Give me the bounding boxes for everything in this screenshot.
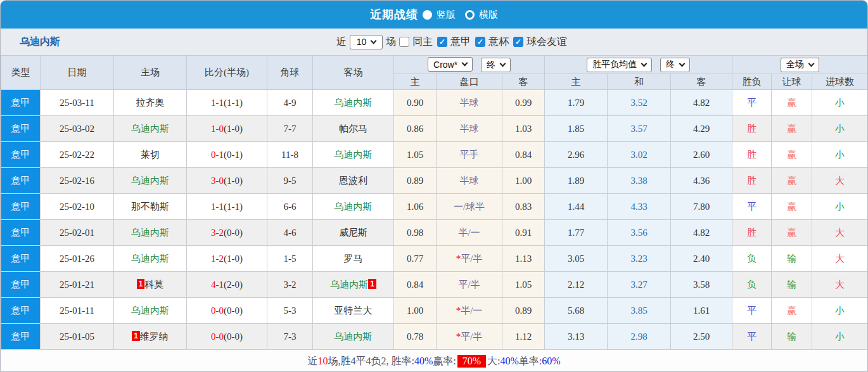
ah-home-odds-cell: 1.06 xyxy=(394,194,437,220)
handicap-time-value: 终 xyxy=(487,60,495,71)
handicap-line-text: 半球 xyxy=(460,124,479,134)
horizontal-layout-label[interactable]: 横版 xyxy=(479,9,498,21)
handicap-line-text: 半球 xyxy=(460,176,479,186)
serie-a-label[interactable]: 意甲 xyxy=(450,35,471,49)
ah-line-cell: 半/一 xyxy=(437,220,502,246)
corner-cell: 7-7 xyxy=(267,116,313,142)
same-home-label[interactable]: 同主 xyxy=(412,35,433,49)
corner-cell: 6-6 xyxy=(267,194,313,220)
summary-segment: 场,胜4平4负2, 胜率: xyxy=(328,355,414,368)
ah-line-cell: 半球 xyxy=(437,168,502,194)
eu-draw-odds-cell: 3.52 xyxy=(608,90,671,116)
eu-draw-odds-cell: 3.23 xyxy=(608,246,671,272)
same-home-checkbox[interactable] xyxy=(399,37,409,47)
away-team-cell: 乌迪内斯 xyxy=(313,90,394,116)
league-cell: 意甲 xyxy=(1,324,41,350)
team-name-text: 乌迪内斯 xyxy=(131,228,169,238)
goals-cell: 大 xyxy=(812,272,868,298)
away-team-cell: 帕尔马 xyxy=(313,116,394,142)
score-cell: 1-0(1-0) xyxy=(187,116,267,142)
team-name-text: 乌迪内斯 xyxy=(330,279,368,290)
eu-away-odds-cell: 7.80 xyxy=(671,194,732,220)
handicap-line-text: 平/半 xyxy=(461,331,482,342)
team-name-text: 莱切 xyxy=(141,150,160,160)
handicap-result-cell: 赢 xyxy=(772,168,812,194)
eu-home-odds-cell: 3.05 xyxy=(545,246,608,272)
goals-cell: 大 xyxy=(812,220,868,246)
halftime-score: (2-0) xyxy=(224,279,243,290)
vertical-layout-label[interactable]: 竖版 xyxy=(437,9,456,21)
col-header-goals: 进球数 xyxy=(812,74,868,90)
titlebar: 近期战绩 竖版 横版 xyxy=(1,1,867,29)
club-friendly-label[interactable]: 球会友谊 xyxy=(527,35,567,49)
home-team-cell: 1科莫 xyxy=(114,272,187,298)
corner-cell: 4-6 xyxy=(267,220,313,246)
handicap-line-text: 半/一 xyxy=(458,228,480,238)
scope-select[interactable]: 全场 xyxy=(781,58,819,72)
handicap-time-select[interactable]: 终 xyxy=(481,58,511,72)
vertical-layout-radio[interactable] xyxy=(423,10,432,20)
fulltime-score: 4-1 xyxy=(211,279,224,290)
halftime-score: (1-0) xyxy=(224,176,243,186)
away-team-cell: 罗马 xyxy=(313,246,394,272)
ah-away-odds-cell: 0.99 xyxy=(502,90,545,116)
team-name-text: 亚特兰大 xyxy=(335,305,373,316)
serie-a-checkbox[interactable]: ✓ xyxy=(437,37,447,47)
team-name-text: 乌迪内斯 xyxy=(131,253,169,264)
result-cell: 胜 xyxy=(732,116,772,142)
halftime-score: (0-0) xyxy=(224,305,243,316)
chevron-down-icon xyxy=(641,60,648,67)
ah-line-cell: 平/半 xyxy=(437,272,502,298)
eu-home-odds-cell: 3.13 xyxy=(545,324,608,350)
recent-count-value: 10 xyxy=(357,37,367,47)
eu-away-odds-cell: 2.40 xyxy=(671,246,732,272)
eu-away-odds-cell: 3.58 xyxy=(671,272,732,298)
result-cell: 平 xyxy=(732,90,772,116)
chevron-down-icon xyxy=(371,37,377,44)
league-cell: 意甲 xyxy=(1,220,41,246)
league-cell: 意甲 xyxy=(1,142,41,168)
date-cell: 25-03-11 xyxy=(41,90,114,116)
league-cell: 意甲 xyxy=(1,298,41,324)
ah-away-odds-cell: 1.12 xyxy=(502,324,545,350)
goals-cell: 小 xyxy=(812,90,868,116)
recent-count-select[interactable]: 10 xyxy=(350,35,383,49)
league-cell: 意甲 xyxy=(1,246,41,272)
match-row: 意甲 25-01-26 乌迪内斯 1-2(1-0) 1-5 罗马 0.77 *平… xyxy=(1,246,868,272)
eu-away-odds-cell: 2.60 xyxy=(671,142,732,168)
red-card-badge: 1 xyxy=(368,279,376,289)
handicap-result-cell: 输 xyxy=(772,324,812,350)
col-header-eu-home: 主 xyxy=(545,74,608,90)
corner-cell: 11-8 xyxy=(267,142,313,168)
handicap-result-cell: 输 xyxy=(772,246,812,272)
league-cell: 意甲 xyxy=(1,194,41,220)
league-cell: 意甲 xyxy=(1,116,41,142)
score-cell: 3-2(0-0) xyxy=(187,220,267,246)
odds-source-select[interactable]: 胜平负均值 xyxy=(587,58,652,72)
result-cell: 胜 xyxy=(732,168,772,194)
col-header-date: 日期 xyxy=(41,56,114,90)
summary-segment: 近 xyxy=(307,355,317,368)
col-header-away: 客场 xyxy=(313,56,394,90)
home-team-cell: 乌迪内斯 xyxy=(114,168,187,194)
horizontal-layout-radio[interactable] xyxy=(465,10,475,20)
odds-time-select[interactable]: 终 xyxy=(660,58,690,72)
team-name-text: 维罗纳 xyxy=(140,331,169,342)
italy-cup-checkbox[interactable]: ✓ xyxy=(475,37,485,47)
eu-home-odds-cell: 2.12 xyxy=(545,272,608,298)
col-header-ah-home: 主 xyxy=(394,74,437,90)
club-friendly-checkbox[interactable]: ✓ xyxy=(513,37,523,47)
result-cell: 平 xyxy=(732,298,772,324)
ah-away-odds-cell: 1.00 xyxy=(502,168,545,194)
italy-cup-label[interactable]: 意杯 xyxy=(488,35,509,49)
eu-away-odds-cell: 4.82 xyxy=(671,220,732,246)
goals-cell: 小 xyxy=(812,116,868,142)
ah-away-odds-cell: 1.13 xyxy=(502,246,545,272)
goals-cell: 小 xyxy=(812,324,868,350)
ah-away-odds-cell: 1.05 xyxy=(502,272,545,298)
col-header-ah-away: 客 xyxy=(502,74,545,90)
bookmaker-select[interactable]: Crow* xyxy=(428,57,473,72)
date-cell: 25-02-01 xyxy=(41,220,114,246)
date-cell: 25-02-22 xyxy=(41,142,114,168)
filters: 近 10 场 同主 ✓ 意甲 ✓ 意杯 ✓ 球会友谊 xyxy=(336,29,567,55)
